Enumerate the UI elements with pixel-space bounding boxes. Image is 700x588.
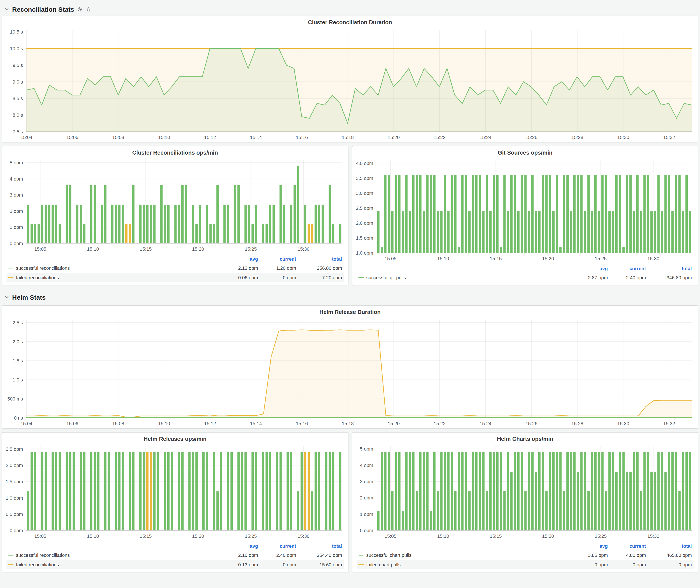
panel-title-git-sources-opm[interactable]: Git Sources ops/min [352, 146, 698, 157]
legend-header-total[interactable]: total [296, 256, 344, 262]
legend-header-current[interactable]: current [608, 543, 646, 549]
legend-header-avg[interactable]: avg [570, 266, 608, 271]
legend-label[interactable]: successful chart pulls [357, 552, 570, 558]
legend-label[interactable]: failed reconciliations [6, 562, 220, 567]
svg-text:15:10: 15:10 [158, 421, 170, 426]
svg-text:15:20: 15:20 [192, 246, 204, 252]
trash-icon[interactable] [86, 6, 92, 12]
legend-current-value: 2.40 opm [608, 275, 646, 280]
svg-text:15:15: 15:15 [490, 256, 502, 261]
legend-label[interactable]: failed chart pulls [357, 562, 570, 567]
legend-label[interactable]: successful git pulls [357, 275, 570, 280]
legend-header-total[interactable]: total [296, 543, 344, 549]
chart-cluster-reconciliation-duration[interactable]: 15:0415:0615:0815:1015:1215:1415:1615:18… [2, 26, 698, 142]
svg-text:15:30: 15:30 [647, 256, 659, 261]
series-color-swatch [358, 277, 364, 278]
legend-header-row: avg current total [357, 264, 694, 273]
section-title-reconciliation-stats[interactable]: Reconciliation Stats [12, 5, 74, 13]
chart-cluster-reconciliations-opm[interactable]: 15:0515:1015:1515:2015:2515:305 opm4 opm… [2, 157, 348, 254]
legend-header-current[interactable]: current [258, 256, 296, 262]
svg-text:15:16: 15:16 [296, 421, 308, 426]
legend-git-sources: avg current total successful git pulls 2… [352, 263, 698, 285]
svg-text:15:30: 15:30 [298, 246, 310, 252]
svg-text:15:08: 15:08 [112, 135, 124, 140]
svg-text:15:18: 15:18 [342, 421, 354, 426]
section-header-helm-stats: Helm Stats [2, 291, 698, 304]
panel-title-helm-release-duration[interactable]: Helm Release Duration [2, 306, 698, 316]
chart-helm-charts-opm[interactable]: 15:0515:1015:1515:2015:2515:305 opm4 opm… [352, 443, 698, 541]
series-color-swatch [8, 277, 13, 278]
panel-helm-releases-opm: Helm Releases ops/min 15:0515:1015:1515:… [2, 432, 348, 572]
legend-label[interactable]: failed reconciliations [6, 275, 220, 280]
svg-text:15:06: 15:06 [66, 421, 78, 426]
chart-helm-releases-opm[interactable]: 15:0515:1015:1515:2015:2515:302.5 opm2.0… [2, 443, 348, 541]
svg-text:15:10: 15:10 [87, 246, 99, 252]
svg-text:15:25: 15:25 [245, 246, 257, 252]
legend-label[interactable]: successful reconciliations [6, 265, 220, 271]
svg-text:5 opm: 5 opm [360, 446, 373, 452]
svg-text:3 opm: 3 opm [360, 479, 373, 484]
svg-text:15:28: 15:28 [571, 135, 583, 140]
chart-helm-release-duration[interactable]: 15:0415:0615:0815:1015:1215:1415:1615:18… [2, 316, 698, 428]
legend-label-text: failed reconciliations [16, 275, 59, 280]
legend-label-text: successful git pulls [366, 275, 406, 280]
svg-text:15:14: 15:14 [250, 135, 262, 140]
svg-text:15:20: 15:20 [388, 135, 400, 140]
chevron-down-icon[interactable] [4, 295, 9, 299]
series-color-swatch [358, 564, 364, 565]
svg-text:15:04: 15:04 [20, 421, 32, 426]
svg-text:15:20: 15:20 [542, 256, 554, 261]
svg-text:15:25: 15:25 [595, 256, 607, 261]
svg-text:3.5 opm: 3.5 opm [356, 176, 373, 181]
legend-header-current[interactable]: current [258, 543, 296, 549]
svg-text:1.5 opm: 1.5 opm [6, 479, 23, 484]
svg-text:15:06: 15:06 [66, 135, 78, 140]
panel-title-helm-releases-opm[interactable]: Helm Releases ops/min [2, 433, 348, 443]
svg-text:1 opm: 1 opm [360, 512, 373, 517]
panel-title-cluster-reconciliations-opm[interactable]: Cluster Reconciliations ops/min [2, 146, 348, 157]
legend-label[interactable]: successful reconciliations [6, 552, 220, 558]
legend-item-successful-git-pulls: successful git pulls 2.87 opm 2.40 opm 3… [357, 273, 694, 282]
legend-header-avg[interactable]: avg [220, 256, 258, 262]
svg-text:7.5 s: 7.5 s [13, 129, 23, 134]
legend-total-value: 0 opm [646, 562, 694, 567]
svg-text:15:24: 15:24 [480, 135, 492, 140]
legend-item-failed-chart-pulls: failed chart pulls 0 opm 0 opm 0 opm [357, 560, 694, 569]
svg-text:0.5 opm: 0.5 opm [6, 512, 23, 517]
svg-text:15:25: 15:25 [595, 533, 607, 539]
legend-label-text: successful reconciliations [16, 552, 70, 558]
svg-text:2.0 opm: 2.0 opm [356, 220, 373, 226]
legend-header-total[interactable]: total [646, 543, 694, 549]
panel-title-helm-charts-opm[interactable]: Helm Charts ops/min [352, 433, 698, 443]
gear-icon[interactable] [77, 6, 83, 12]
svg-text:8.0 s: 8.0 s [13, 112, 23, 118]
section-header-reconciliation-stats: Reconciliation Stats [2, 3, 698, 16]
svg-text:3 opm: 3 opm [10, 192, 23, 198]
svg-text:15:25: 15:25 [245, 533, 257, 539]
series-color-swatch [358, 555, 364, 556]
panel-title-cluster-reconciliation-duration[interactable]: Cluster Reconciliation Duration [2, 16, 698, 26]
legend-header-current[interactable]: current [608, 266, 646, 271]
legend-header-total[interactable]: total [646, 266, 694, 271]
legend-header-avg[interactable]: avg [570, 543, 608, 549]
legend-current-value: 0 opm [258, 562, 296, 567]
svg-text:15:32: 15:32 [663, 135, 675, 140]
svg-text:500 ms: 500 ms [7, 396, 23, 402]
panel-cluster-reconciliations-opm: Cluster Reconciliations ops/min 15:0515:… [2, 146, 348, 285]
svg-text:15:05: 15:05 [385, 533, 397, 539]
legend-current-value: 0 opm [608, 562, 646, 567]
svg-text:15:12: 15:12 [204, 421, 216, 426]
svg-text:15:15: 15:15 [490, 533, 502, 539]
svg-text:9.0 s: 9.0 s [13, 79, 23, 85]
legend-header-avg[interactable]: avg [220, 543, 258, 549]
chart-git-sources-opm[interactable]: 15:0515:1015:1515:2015:2515:304.0 opm3.5… [352, 157, 698, 263]
svg-text:15:05: 15:05 [385, 256, 397, 261]
svg-text:15:15: 15:15 [140, 533, 152, 539]
svg-text:15:30: 15:30 [647, 533, 659, 539]
legend-avg-value: 0 opm [570, 562, 608, 567]
panel-git-sources-opm: Git Sources ops/min 15:0515:1015:1515:20… [352, 146, 698, 285]
section-title-helm-stats[interactable]: Helm Stats [12, 293, 46, 301]
chevron-down-icon[interactable] [4, 7, 9, 11]
legend-helm-releases: avg current total successful reconciliat… [2, 541, 348, 572]
legend-label-text: failed reconciliations [16, 562, 59, 567]
